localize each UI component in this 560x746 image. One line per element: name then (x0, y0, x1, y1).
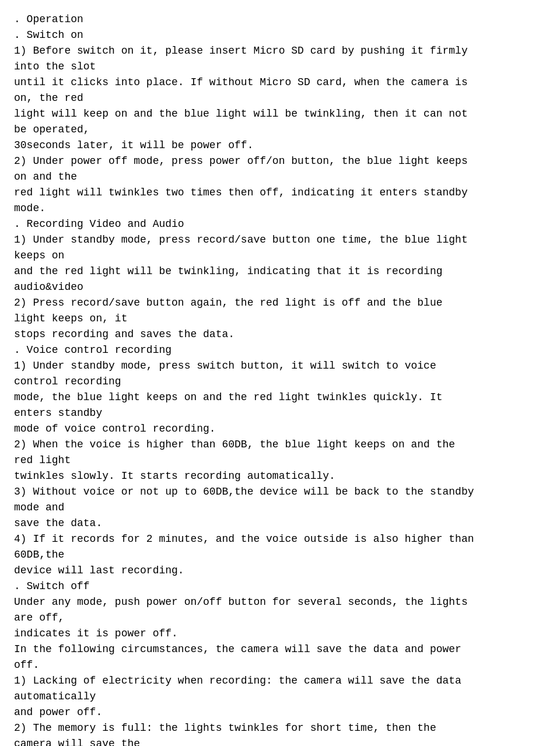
text-paragraph: 2) When the voice is higher than 60DB, t… (14, 437, 546, 468)
text-paragraph: . Operation (14, 12, 546, 27)
text-paragraph: In the following circumstances, the came… (14, 642, 546, 673)
text-paragraph: light will keep on and the blue light wi… (14, 106, 546, 138)
text-paragraph: 1) Under standby mode, press switch butt… (14, 358, 546, 390)
text-paragraph: . Switch on (14, 27, 546, 43)
text-paragraph: and the red light will be twinkling, ind… (14, 264, 546, 295)
text-paragraph: Under any mode, push power on/off button… (14, 594, 546, 626)
text-paragraph: and power off. (14, 705, 546, 720)
text-paragraph: . Recording Video and Audio (14, 216, 546, 232)
text-paragraph: 4) If it records for 2 minutes, and the … (14, 531, 546, 563)
text-paragraph: until it clicks into place. If without M… (14, 75, 546, 106)
text-paragraph: 1) Lacking of electricity when recording… (14, 673, 546, 705)
text-paragraph: stops recording and saves the data. (14, 327, 546, 342)
main-content: . Operation. Switch on1) Before switch o… (14, 12, 546, 746)
text-paragraph: mode, the blue light keeps on and the re… (14, 390, 546, 421)
text-paragraph: device will last recording. (14, 563, 546, 579)
text-paragraph: 30seconds later, it will be power off. (14, 138, 546, 153)
text-paragraph: indicates it is power off. (14, 626, 546, 642)
text-paragraph: 1) Under standby mode, press record/save… (14, 232, 546, 264)
text-paragraph: 2) Under power off mode, press power off… (14, 153, 546, 185)
text-paragraph: 2) Press record/save button again, the r… (14, 295, 546, 327)
text-paragraph: red light will twinkles two times then o… (14, 185, 546, 216)
text-paragraph: . Voice control recording (14, 342, 546, 358)
text-paragraph: twinkles slowly. It starts recording aut… (14, 468, 546, 484)
text-paragraph: . Switch off (14, 579, 546, 594)
text-paragraph: 3) Without voice or not up to 60DB,the d… (14, 484, 546, 516)
text-paragraph: 1) Before switch on it, please insert Mi… (14, 43, 546, 75)
text-paragraph: mode of voice control recording. (14, 421, 546, 437)
text-paragraph: save the data. (14, 516, 546, 531)
document-text: . Operation. Switch on1) Before switch o… (14, 12, 546, 746)
text-paragraph: 2) The memory is full: the lights twinkl… (14, 720, 546, 746)
